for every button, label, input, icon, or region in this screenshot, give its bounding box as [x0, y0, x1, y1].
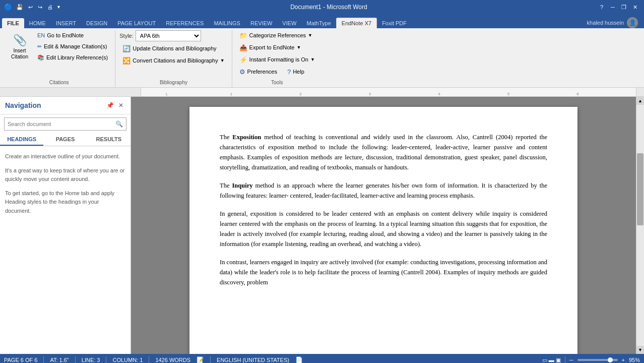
go-endnote-icon: EN [37, 32, 45, 38]
preferences-button[interactable]: ⚙ Preferences [236, 67, 280, 77]
user-info: khaled hussein 👤 [587, 17, 642, 28]
para3-text: In general, exposition is considered to … [220, 210, 547, 248]
tab-insert[interactable]: INSERT [51, 18, 81, 28]
scroll-track[interactable] [636, 105, 644, 346]
help-button[interactable]: ? [597, 3, 607, 12]
nav-close-button[interactable]: ✕ [116, 101, 125, 110]
convert-icon: 🔀 [122, 57, 131, 65]
categorize-dropdown-icon: ▼ [308, 33, 312, 38]
citations-group-label: Citations [7, 79, 111, 87]
tab-design[interactable]: DESIGN [81, 18, 112, 28]
bibliography-group-content: Style: APA 6th 🔄 Update Citations and Bi… [119, 30, 227, 79]
tools-group: 📁 Categorize References ▼ 📤 Export to En… [232, 30, 322, 87]
navigation-panel: Navigation 📌 ✕ 🔍 HEADINGS PAGES RESULTS … [0, 97, 131, 354]
document-area[interactable]: The Exposition method of teaching is con… [131, 97, 636, 354]
instant-formatting-dropdown-icon: ▼ [310, 57, 315, 62]
tab-page-layout[interactable]: PAGE LAYOUT [112, 18, 161, 28]
citations-small-btns: EN Go to EndNote ✏ Edit & Manage Citatio… [34, 30, 111, 63]
tab-foxit[interactable]: Foxit PDF [377, 18, 412, 28]
quick-access-undo[interactable]: ↩ [27, 4, 34, 11]
para2-text-after: method is an approach where the learner … [220, 182, 547, 199]
citations-group-content: 📎 InsertCitation EN Go to EndNote ✏ Edit… [7, 30, 111, 79]
edit-manage-button[interactable]: ✏ Edit & Manage Citation(s) [34, 41, 111, 51]
status-sep-2 [75, 356, 76, 363]
tab-mailings[interactable]: MAILINGS [209, 18, 245, 28]
tab-file[interactable]: FILE [2, 18, 24, 28]
edit-manage-icon: ✏ [37, 43, 42, 50]
para2-text-before: The [220, 182, 232, 189]
insert-citation-button[interactable]: 📎 InsertCitation [7, 30, 32, 64]
minimize-button[interactable]: ─ [608, 3, 618, 12]
tab-home[interactable]: HOME [24, 18, 51, 28]
search-input[interactable] [5, 118, 112, 130]
style-dropdown[interactable]: APA 6th [136, 30, 201, 41]
export-button[interactable]: 📤 Export to EndNote ▼ [236, 42, 304, 52]
instant-formatting-button[interactable]: ⚡ Instant Formatting is On ▼ [236, 54, 318, 65]
para1-text-after: method of teaching is conventional and w… [220, 134, 547, 171]
nav-controls: 📌 ✕ [105, 101, 125, 110]
vertical-scrollbar[interactable]: ▲ ▼ [636, 97, 644, 354]
search-container: 🔍 [4, 117, 126, 131]
scroll-up-button[interactable]: ▲ [636, 97, 644, 105]
edit-library-button[interactable]: 📚 Edit Library Reference(s) [34, 52, 111, 63]
nav-header: Navigation 📌 ✕ [0, 97, 131, 114]
update-icon: 🔄 [122, 45, 131, 52]
para1-text-before: The [220, 134, 232, 141]
close-button[interactable]: ✕ [630, 3, 640, 12]
convert-citations-button[interactable]: 🔀 Convert Citations and Bibliography ▼ [119, 55, 227, 66]
ribbon-tab-bar: FILE HOME INSERT DESIGN PAGE LAYOUT REFE… [0, 14, 644, 28]
bibliography-group: Style: APA 6th 🔄 Update Citations and Bi… [115, 30, 232, 87]
zoom-in-button[interactable]: + [622, 357, 625, 363]
zoom-slider[interactable] [577, 359, 618, 361]
categorize-icon: 📁 [239, 32, 247, 39]
word-count: 1426 WORDS [155, 357, 190, 363]
restore-button[interactable]: ❐ [619, 3, 629, 12]
instant-formatting-label: Instant Formatting is On [249, 56, 308, 63]
style-selector: Style: APA 6th [119, 30, 201, 41]
quick-access-save[interactable]: 💾 [15, 4, 25, 11]
nav-search-area: 🔍 [0, 114, 131, 134]
go-to-endnote-button[interactable]: EN Go to EndNote [34, 30, 111, 40]
title-bar: 🔵 💾 ↩ ↪ 🖨 ▼ Document1 - Microsoft Word ?… [0, 0, 644, 14]
tab-references[interactable]: REFERENCES [161, 18, 209, 28]
nav-pin-button[interactable]: 📌 [105, 101, 114, 110]
help-ribbon-button[interactable]: ? Help [284, 67, 307, 77]
scroll-down-button[interactable]: ▼ [636, 346, 644, 354]
nav-tab-headings[interactable]: HEADINGS [0, 134, 43, 146]
doc-paragraph-2: The Inquiry method is an approach where … [220, 180, 547, 201]
zoom-out-button[interactable]: ─ [569, 357, 573, 363]
help-label: Help [293, 69, 304, 75]
document-page: The Exposition method of teaching is con… [189, 107, 577, 354]
tab-review[interactable]: REVIEW [245, 18, 277, 28]
language-info: ENGLISH (UNITED STATES) [217, 357, 289, 363]
tab-mathtype[interactable]: MathType [301, 18, 336, 28]
status-sep-3 [106, 356, 106, 363]
nav-tab-pages[interactable]: PAGES [43, 134, 87, 146]
zoom-level: 95% [629, 357, 640, 363]
ruler-scrollbar-corner [636, 88, 644, 96]
ruler: L 1 2 3 4 5 6 [141, 88, 636, 96]
quick-access-redo[interactable]: ↪ [36, 4, 44, 11]
search-icon[interactable]: 🔍 [112, 118, 126, 130]
page-info: PAGE 6 OF 6 [4, 357, 37, 363]
status-bar-right: ▭ ▬ ▣ ─ + 95% [542, 356, 640, 363]
export-icon: 📤 [239, 44, 247, 51]
doc-paragraph-3: In general, exposition is considered to … [220, 209, 547, 249]
categorize-button[interactable]: 📁 Categorize References ▼ [236, 30, 315, 40]
tab-view[interactable]: VIEW [277, 18, 301, 28]
para4-text: In contrast, learners engaged in inquiry… [220, 259, 547, 286]
quick-access-dropdown[interactable]: ▼ [56, 5, 61, 10]
update-citations-button[interactable]: 🔄 Update Citations and Bibliography [119, 43, 219, 53]
tools-group-content: 📁 Categorize References ▼ 📤 Export to En… [236, 30, 318, 79]
ribbon: 📎 InsertCitation EN Go to EndNote ✏ Edit… [0, 28, 644, 88]
nav-tab-results[interactable]: RESULTS [87, 134, 131, 146]
tab-endnote[interactable]: EndNote X7 [336, 18, 377, 28]
doc-paragraph-4: In contrast, learners engaged in inquiry… [220, 257, 547, 287]
nav-message-2: It's a great way to keep track of where … [5, 166, 125, 184]
scroll-thumb[interactable] [637, 153, 643, 225]
quick-access-print[interactable]: 🖨 [46, 4, 54, 10]
zoom-thumb [608, 357, 613, 362]
convert-citations-label: Convert Citations and Bibliography [133, 57, 218, 64]
doc-paragraph-1: The Exposition method of teaching is con… [220, 132, 547, 172]
nav-title: Navigation [5, 101, 41, 109]
